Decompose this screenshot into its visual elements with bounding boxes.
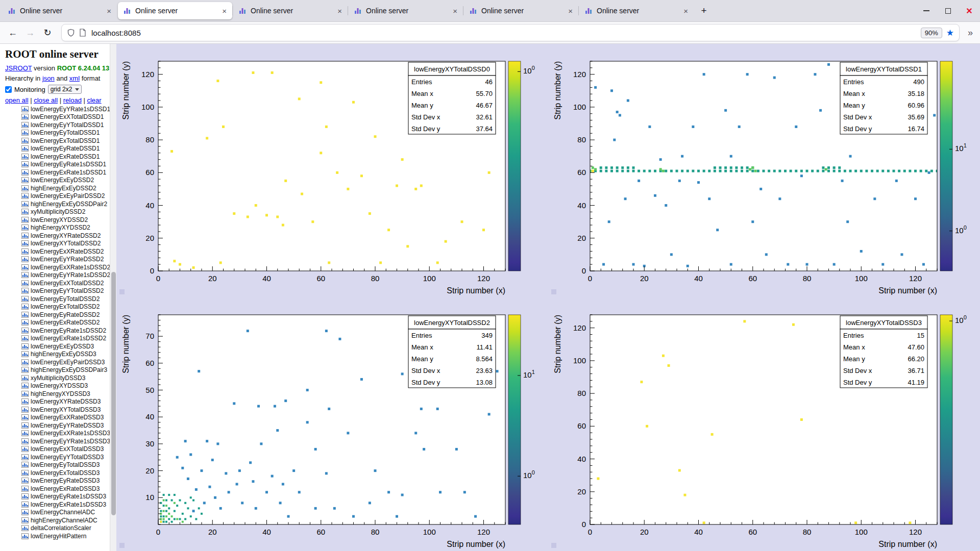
pad-resize-anchor[interactable] [551, 543, 556, 548]
tree-item[interactable]: lowEnergyXYTotalDSSD2 [21, 240, 109, 248]
reload-button[interactable]: ↻ [39, 24, 56, 41]
tree-item[interactable]: lowEnergyExEyPairDSSD2 [21, 192, 109, 201]
tree-item[interactable]: highEnergyExEyDSSD3 [21, 350, 109, 359]
color-scale-bar[interactable] [508, 61, 521, 271]
tree-item[interactable]: lowEnergyEyRate1sDSSD2 [21, 327, 109, 335]
grid-layout-select[interactable]: grid 2x2 [48, 85, 82, 94]
tree-item[interactable]: lowEnergyXYTotalDSSD3 [21, 406, 109, 414]
histogram-panel-lowEnergyXYTotalDSSD2[interactable]: 02040608010012010203040506070Strip numbe… [116, 297, 548, 551]
tree-item[interactable]: lowEnergyEyYRate1sDSSD3 [21, 437, 109, 445]
tree-item[interactable]: lowEnergyExTotalDSSD1 [21, 137, 109, 145]
tree-item[interactable]: lowEnergyExXRate1sDSSD3 [21, 430, 109, 438]
tab-close-icon[interactable]: × [567, 7, 574, 15]
tree-item[interactable]: highEnergyXYDSSD3 [21, 390, 109, 398]
browser-tab[interactable]: Online server× [349, 2, 463, 19]
tree-item[interactable]: lowEnergyEyYRate1sDSSD2 [21, 271, 109, 280]
tree-item[interactable]: lowEnergyXYRateDSSD3 [21, 398, 109, 406]
color-scale-bar[interactable] [940, 61, 952, 271]
tree-item[interactable]: lowEnergyExXRateDSSD3 [21, 414, 109, 422]
histogram-panel-lowEnergyXYTotalDSSD0[interactable]: 020406080100120020406080100120Strip numb… [116, 44, 548, 297]
tree-item[interactable]: highEnergyXYDSSD2 [21, 224, 109, 232]
color-scale-bar[interactable] [940, 315, 952, 524]
pad-resize-anchor[interactable] [551, 289, 556, 294]
action-reload[interactable]: reload [63, 96, 82, 104]
tree-item[interactable]: lowEnergyEyRate1sDSSD3 [21, 493, 109, 501]
tree-item[interactable]: lowEnergyEyYTotalDSSD1 [21, 121, 109, 129]
tree-item[interactable]: xyMultiplicityDSSD2 [21, 208, 109, 216]
tree-item[interactable]: lowEnergyEyYTotalDSSD2 [21, 287, 109, 295]
tree-item[interactable]: lowEnergyEyRateDSSD1 [21, 145, 109, 153]
tree-item[interactable]: lowEnergyExTotalDSSD3 [21, 469, 109, 477]
pad-resize-anchor[interactable] [119, 543, 125, 548]
tree-item[interactable]: xyMultiplicityDSSD3 [21, 374, 109, 382]
tab-close-icon[interactable]: × [451, 7, 459, 15]
tree-item[interactable]: lowEnergyExEyPairDSSD3 [21, 358, 109, 366]
tree-item[interactable]: lowEnergyExRateDSSD2 [21, 319, 109, 327]
browser-tab[interactable]: Online server× [579, 2, 694, 19]
tab-close-icon[interactable]: × [336, 7, 344, 15]
color-scale-bar[interactable] [508, 315, 521, 524]
tree-item[interactable]: highEnergyExEyDSSDPair2 [21, 200, 109, 208]
browser-tab[interactable]: Online server× [233, 2, 348, 19]
monitoring-checkbox[interactable] [5, 86, 12, 93]
tree-item[interactable]: deltaCorrelationScaler [21, 524, 109, 533]
maximize-button[interactable] [937, 0, 959, 21]
back-button[interactable]: ← [4, 24, 21, 41]
stats-box[interactable]: lowEnergyXYTotalDSSD3Entries15Mean x47.6… [840, 316, 927, 388]
tree-item[interactable]: lowEnergyEyYRate1sDSSD1 [21, 105, 109, 113]
browser-tab[interactable]: Online server× [3, 2, 117, 19]
xml-link[interactable]: xml [69, 74, 80, 82]
action-close-all[interactable]: close all [34, 96, 58, 104]
tree-item[interactable]: lowEnergyExRate1sDSSD3 [21, 500, 109, 509]
action-open-all[interactable]: open all [5, 96, 29, 104]
tree-item[interactable]: highEnergyExEyDSSD2 [21, 184, 109, 192]
tree-item[interactable]: lowEnergyEyTotalDSSD2 [21, 295, 109, 303]
tree-item[interactable]: lowEnergyXYDSSD2 [21, 216, 109, 224]
json-link[interactable]: json [42, 74, 55, 82]
browser-tab[interactable]: Online server× [464, 2, 578, 19]
page-icon[interactable] [79, 29, 87, 37]
tree-item[interactable]: lowEnergyEyRateDSSD3 [21, 477, 109, 485]
shield-icon[interactable] [67, 29, 75, 37]
tree-item[interactable]: lowEnergyEyTotalDSSD1 [21, 129, 109, 137]
tree-item[interactable]: lowEnergyEyYRateDSSD3 [21, 421, 109, 430]
jsroot-link[interactable]: JSROOT [5, 64, 32, 72]
browser-tab[interactable]: Online server× [118, 2, 232, 19]
forward-button[interactable]: → [21, 24, 39, 41]
histogram-panel-lowEnergyXYTotalDSSD1[interactable]: 020406080100120020406080100120Strip numb… [548, 44, 980, 297]
tree-item[interactable]: lowEnergyExRateDSSD1 [21, 153, 109, 161]
tab-close-icon[interactable]: × [105, 7, 113, 15]
tree-item[interactable]: lowEnergyExXRateDSSD2 [21, 247, 109, 256]
stats-box[interactable]: lowEnergyXYTotalDSSD1Entries490Mean x35.… [840, 62, 927, 134]
tab-close-icon[interactable]: × [220, 7, 228, 15]
pad-resize-anchor[interactable] [119, 289, 125, 294]
tree-item[interactable]: lowEnergyExRateDSSD3 [21, 485, 109, 493]
tree-item[interactable]: lowEnergyXYRateDSSD2 [21, 232, 109, 240]
stats-box[interactable]: lowEnergyXYTotalDSSD0Entries46Mean x55.7… [408, 62, 496, 134]
tree-item[interactable]: lowEnergyExEyDSSD2 [21, 177, 109, 185]
tree-item[interactable]: lowEnergyExXRate1sDSSD2 [21, 263, 109, 271]
histogram-panel-lowEnergyXYTotalDSSD3[interactable]: 020406080100120020406080100120Strip numb… [548, 297, 980, 551]
tree-item[interactable]: lowEnergyExRate1sDSSD1 [21, 168, 109, 177]
tree-item[interactable]: highEnergyExEyDSSDPair3 [21, 366, 109, 374]
new-tab-button[interactable]: + [696, 3, 712, 18]
sidebar-scrollbar-thumb[interactable] [111, 272, 116, 515]
tree-item[interactable]: lowEnergyHitPattern [21, 532, 109, 540]
url-bar[interactable]: localhost:8085 90% ★ [61, 24, 960, 41]
tree-item[interactable]: lowEnergyEyRateDSSD2 [21, 311, 109, 319]
tree-item[interactable]: lowEnergyExXTotalDSSD2 [21, 279, 109, 287]
action-clear[interactable]: clear [87, 96, 101, 104]
sidebar-scrollbar[interactable] [110, 44, 116, 551]
tree-item[interactable]: lowEnergyEyYTotalDSSD3 [21, 453, 109, 461]
tree-item[interactable]: highEnergyChannelADC [21, 516, 109, 524]
tree-item[interactable]: lowEnergyEyRate1sDSSD1 [21, 161, 109, 169]
tree-item[interactable]: lowEnergyExRate1sDSSD2 [21, 335, 109, 343]
close-window-button[interactable]: ✕ [959, 0, 980, 21]
tree-item[interactable]: lowEnergyExXTotalDSSD1 [21, 113, 109, 121]
tree-item[interactable]: lowEnergyEyYRateDSSD2 [21, 256, 109, 264]
stats-box[interactable]: lowEnergyXYTotalDSSD2Entries349Mean x11.… [408, 316, 496, 388]
toolbar-overflow-button[interactable]: » [965, 28, 976, 38]
tree-item[interactable]: lowEnergyExTotalDSSD2 [21, 303, 109, 311]
bookmark-star-icon[interactable]: ★ [946, 28, 954, 38]
tree-item[interactable]: lowEnergyExXTotalDSSD3 [21, 445, 109, 454]
